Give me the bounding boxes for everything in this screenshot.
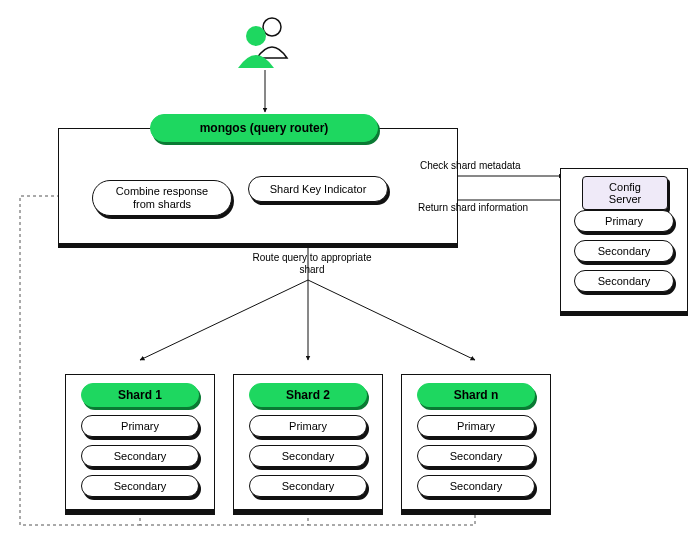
- shard-member: Primary: [249, 415, 367, 437]
- config-server-title-text: Config Server: [609, 181, 641, 205]
- config-server-members: Primary Secondary Secondary: [570, 210, 678, 292]
- shard-member-label: Secondary: [114, 450, 167, 462]
- shard-member-label: Secondary: [450, 450, 503, 462]
- shard-member: Secondary: [81, 445, 199, 467]
- config-member-label: Secondary: [598, 275, 651, 287]
- shard-box-n: Shard n Primary Secondary Secondary: [401, 374, 551, 515]
- config-member-label: Secondary: [598, 245, 651, 257]
- shard-title: Shard 2: [249, 383, 367, 407]
- mongos-title-text: mongos (query router): [200, 121, 329, 135]
- combine-response-pill: Combine response from shards: [92, 180, 232, 216]
- route-label: Route query to appropriate shard: [247, 252, 377, 276]
- shard-member: Secondary: [249, 445, 367, 467]
- svg-point-8: [263, 18, 281, 36]
- svg-point-9: [246, 26, 266, 46]
- config-member-label: Primary: [605, 215, 643, 227]
- return-info-label: Return shard information: [418, 202, 528, 213]
- shard-key-text: Shard Key Indicator: [270, 183, 367, 195]
- shard-member-label: Secondary: [282, 480, 335, 492]
- shard-member: Secondary: [417, 475, 535, 497]
- shard-title: Shard 1: [81, 383, 199, 407]
- check-metadata-label: Check shard metadata: [420, 160, 521, 171]
- svg-line-4: [140, 280, 308, 360]
- shard-key-pill: Shard Key Indicator: [248, 176, 388, 202]
- shard-box-2: Shard 2 Primary Secondary Secondary: [233, 374, 383, 515]
- shard-member-label: Secondary: [450, 480, 503, 492]
- shard-member-label: Secondary: [282, 450, 335, 462]
- shard-member: Primary: [417, 415, 535, 437]
- mongos-title: mongos (query router): [150, 114, 378, 142]
- shard-member-label: Primary: [289, 420, 327, 432]
- config-member: Primary: [574, 210, 674, 232]
- svg-line-6: [308, 280, 475, 360]
- shard-title-text: Shard 1: [118, 388, 162, 402]
- combine-response-text: Combine response from shards: [107, 185, 217, 211]
- shard-title-text: Shard 2: [286, 388, 330, 402]
- config-member: Secondary: [574, 240, 674, 262]
- shard-box-1: Shard 1 Primary Secondary Secondary: [65, 374, 215, 515]
- shard-member-label: Secondary: [114, 480, 167, 492]
- shard-member: Secondary: [249, 475, 367, 497]
- shard-member-label: Primary: [457, 420, 495, 432]
- config-server-title: Config Server: [582, 176, 668, 210]
- shard-member: Secondary: [81, 475, 199, 497]
- config-member: Secondary: [574, 270, 674, 292]
- shard-title-text: Shard n: [454, 388, 499, 402]
- shard-member-label: Primary: [121, 420, 159, 432]
- shard-member: Secondary: [417, 445, 535, 467]
- shard-member: Primary: [81, 415, 199, 437]
- shard-title: Shard n: [417, 383, 535, 407]
- users-icon: [232, 14, 292, 74]
